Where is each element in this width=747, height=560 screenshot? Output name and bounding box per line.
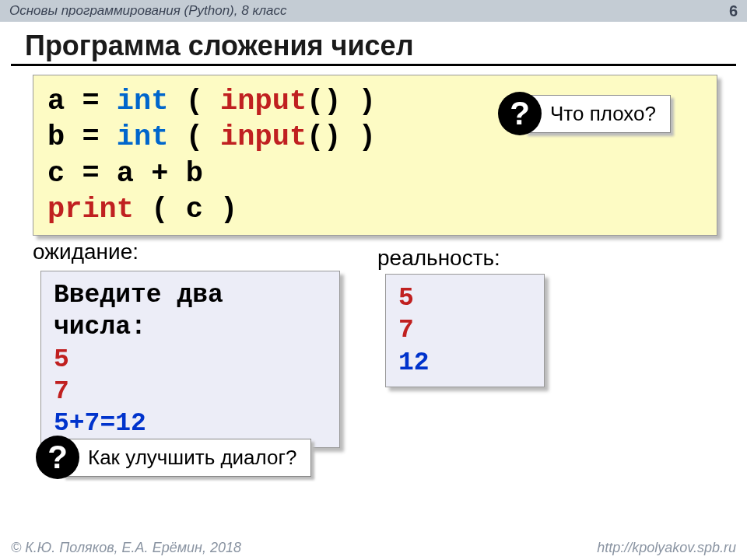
copyright: © К.Ю. Поляков, Е.А. Ерёмин, 2018: [11, 540, 241, 556]
input-line: 5: [398, 282, 531, 314]
footer-url: http://kpolyakov.spb.ru: [597, 540, 736, 556]
input-line: 7: [398, 314, 531, 346]
footer: © К.Ю. Поляков, Е.А. Ерёмин, 2018 http:/…: [0, 535, 747, 560]
prompt-line: числа:: [54, 311, 327, 343]
input-line: 7: [54, 376, 327, 408]
course-title: Основы программирования (Python), 8 клас…: [9, 3, 286, 19]
title-underline: [11, 64, 736, 66]
slide-title: Программа сложения чисел: [25, 30, 414, 62]
question-mark-icon: ?: [36, 436, 79, 479]
input-line: 5: [54, 344, 327, 376]
label-reality: реальность:: [377, 246, 500, 271]
result-line: 12: [398, 347, 531, 379]
callout-text: Как улучшить диалог?: [62, 439, 311, 477]
callout-question-1: ? Что плохо?: [498, 92, 671, 135]
callout-text: Что плохо?: [524, 95, 671, 133]
page-number: 6: [729, 2, 738, 20]
header-bar: Основы программирования (Python), 8 клас…: [0, 0, 747, 22]
callout-question-2: ? Как улучшить диалог?: [36, 436, 311, 479]
output-reality: 5 7 12: [385, 274, 545, 387]
question-mark-icon: ?: [498, 92, 542, 135]
label-expect: ожидание:: [33, 240, 139, 264]
output-expect: Введите два числа: 5 7 5+7=12: [40, 271, 340, 448]
prompt-line: Введите два: [54, 279, 327, 311]
